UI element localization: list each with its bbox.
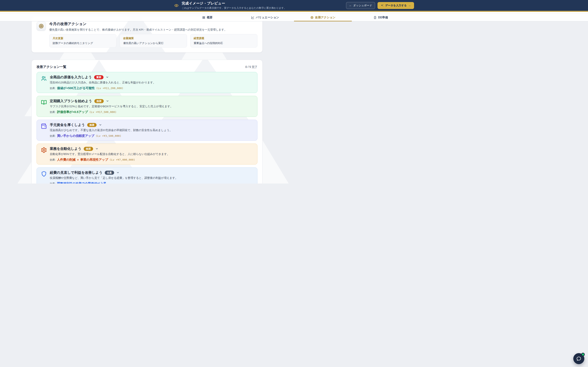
users-icon [41,75,47,82]
action-list-card: 改善アクション一覧 0 / 5 完了 全商品の原価を入力しよう 重要 現在85/… [31,60,263,184]
section-icon-box [36,21,46,31]
progress-counter: 0 / 5 完了 [245,65,258,69]
priority-badge: 重要 [94,75,104,79]
main-content: 今月の改善アクション 優先度の高い改善施策を実行することで、株式価値が上がります… [31,0,263,184]
priority-badge: 推奨 [94,99,104,103]
tab-label: バリュエーション [256,16,279,19]
chevron-down-icon[interactable] [106,76,109,79]
effect-label: 効果: [50,182,56,184]
action-item-description: 現金残高が少なめです。不要な借入の返済や売掛金の早期回収で、財務の安全性を高めま… [50,128,253,132]
shield-icon [41,171,47,177]
chevron-down-icon[interactable] [116,171,120,174]
action-item-title: 手元資金を厚くしよう [50,123,85,127]
monthly-actions-card: 今月の改善アクション 優先度の高い改善施策を実行することで、株式価値が上がります… [31,16,263,53]
chevron-down-icon[interactable] [99,123,102,126]
effect-lv-amount: (Lv +¥3,500,000) [96,134,121,137]
tab-overview[interactable]: 概要 [178,14,236,21]
section-title: 今月の改善アクション [49,21,258,26]
mini-card-title: 月次更新 [53,36,113,40]
action-item-description: 自動化率が65%です。受注処理やメール配信を自動化すると、人に頼らない仕組みがで… [50,152,253,156]
action-item-cash-reserve[interactable]: 手元資金を厚くしよう 推奨 現金残高が少なめです。不要な借入の返済や売掛金の早期… [36,120,258,141]
action-item-cost-input[interactable]: 全商品の原価を入力しよう 重要 現在85/120商品だけ入力済み。全商品に原価を… [36,72,258,93]
action-item-description: サブスク比率が22%と低めです。定期便やBOXサービスを導入すると、安定した売上… [50,104,253,108]
tab-valuation[interactable]: バリュエーション [236,14,294,21]
effect-label: 効果: [50,87,56,90]
action-item-title: 業務を自動化しよう [50,146,81,151]
eye-icon [174,3,179,8]
action-item-title: 全商品の原価を入力しよう [50,75,92,80]
action-item-description: 現在85/120商品だけ入力済み。全商品に原価を入れると、正確な利益がわかります… [50,81,253,84]
effect-lv-amount: (Lv +¥11,200,000) [96,87,123,90]
effect-label: 効果: [50,134,56,138]
mini-card-improvements: 改善施策 優先度の高いアクションから実行 [120,34,187,48]
action-item-description: 役員報酬や交際費など、買い手から見て「足し戻せる経費」を整理すると、調整後の利益… [50,176,253,180]
header-spacer [0,12,294,14]
priority-badge: 推奨 [87,123,96,127]
mini-card-monthly-update: 月次更新 財務データの継続的モニタリング [49,34,116,48]
chevron-down-icon[interactable] [95,147,98,150]
grid-icon [202,16,205,19]
line-chart-icon [251,16,254,19]
effect-text: 調整後利益の改善で企業価値が上昇 [57,182,106,184]
action-item-automation[interactable]: 業務を自動化しよう 推奨 自動化率が65%です。受注処理やメール配信を自動化する… [36,143,258,165]
action-item-title: 定期購入プランを始めよう [50,99,92,103]
priority-badge: 任意 [105,171,114,175]
priority-badge: 推奨 [84,147,93,151]
effect-label: 効果: [50,158,56,162]
effect-lv-amount: (Lv +¥7,000,000) [110,158,135,161]
book-open-icon [41,99,47,105]
target-icon [39,24,44,29]
mini-card-text: 財務データの継続的モニタリング [53,42,113,45]
action-list-title: 改善アクション一覧 [36,65,66,69]
chevron-down-icon[interactable] [106,100,109,103]
preview-banner: 完成イメージ・プレビュー これはサンプルデータの表示例です。実データを入力すると… [0,0,294,12]
effect-text: 人件費の削減 ＋ 事業の再現性アップ [57,158,108,162]
mini-card-management-issues: 経営課題 重要論点への段階的対応 [190,34,258,48]
mini-card-title: 経営課題 [194,36,254,40]
top-bars: 完成イメージ・プレビュー これはサンプルデータの表示例です。実データを入力すると… [0,0,294,21]
action-item-subscription[interactable]: 定期購入プランを始めよう 推奨 サブスク比率が22%と低めです。定期便やBOXサ… [36,96,258,117]
action-item-expense-review[interactable]: 経費の見直しで利益を改善しよう 任意 役員報酬や交際費など、買い手から見て「足し… [36,167,258,184]
mini-card-title: 改善施策 [123,36,183,40]
wallet-icon [41,123,47,129]
effect-text: 買い手からの信頼度アップ [57,134,94,138]
banner-title: 完成イメージ・プレビュー [182,1,286,6]
mini-card-text: 重要論点への段階的対応 [194,42,254,45]
effect-text: 価値が+500万上がる可能性 [57,86,95,90]
effect-text: 評価倍率が+0.5アップ [57,110,88,114]
effect-lv-amount: (Lv +¥17,500,000) [89,110,117,114]
section-description: 優先度の高い改善施策を実行することで、株式価値が上がります。月次 KPI・達成マ… [49,28,258,32]
action-item-title: 経費の見直しで利益を改善しよう [50,170,103,175]
tab-label: 概要 [207,16,213,19]
mini-card-text: 優先度の高いアクションから実行 [123,42,183,45]
banner-subtitle: これはサンプルデータの表示例です。実データを入力するとあなたの数字に置き換わりま… [182,6,286,10]
gear-icon [41,147,47,153]
effect-label: 効果: [50,110,56,114]
tab-bar: 概要 バリュエーション 改善アクション DD準備 [0,14,294,21]
